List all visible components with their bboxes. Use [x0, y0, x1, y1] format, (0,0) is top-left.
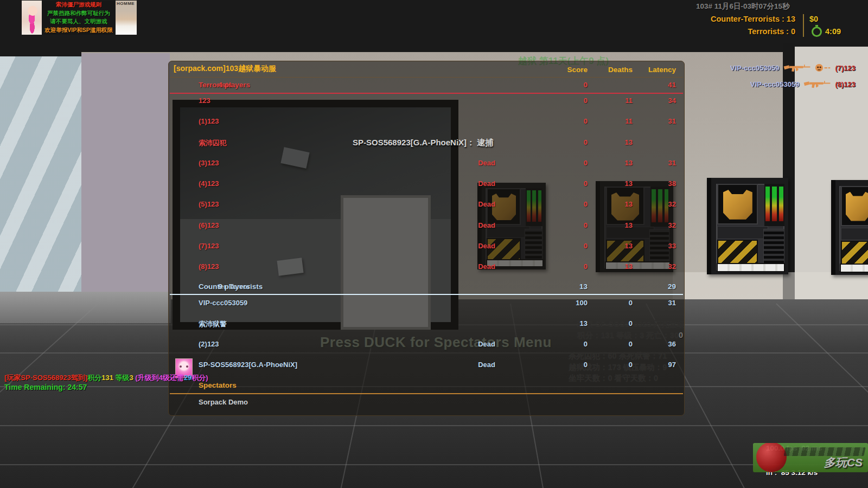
time-remaining: Time Remaining: 24:57: [4, 383, 87, 391]
hud-divider: [803, 14, 804, 37]
recorder-watermark: 多玩CS: [753, 443, 868, 472]
radio-chat-message: SP-SOS568923[G.A-PhoeNiX]： 逮捕: [353, 138, 493, 148]
victim-name: (7)123: [835, 64, 856, 72]
money-amount: $0: [809, 15, 818, 23]
ct-round-score: Counter-Terrorists : 13: [711, 15, 795, 23]
headshot-icon: [815, 63, 831, 73]
ad-banner[interactable]: 索沛僵尸游戏规则 严禁挡路和作弊可耻行为 请不要骂人、文明游戏 欢迎举报VIP和…: [22, 1, 137, 35]
watermark-logo-icon: [756, 443, 787, 472]
attacker-name: VIP-ccc053059: [750, 80, 799, 88]
player-announce-line: [玩家SP-SOS568923驾到]积分131 等级3 (升级到4级还需29积分…: [4, 373, 208, 383]
ad-line: 请不要骂人、文明游戏: [42, 17, 116, 26]
watermark-label: 多玩CS: [824, 455, 863, 470]
kill-feed-row: VIP-ccc053059 (7)123: [730, 62, 856, 74]
ad-rules-text: 索沛僵尸游戏规则 严禁挡路和作弊可耻行为 请不要骂人、文明游戏 欢迎举报VIP和…: [42, 1, 116, 35]
victim-name: (8)123: [835, 80, 856, 88]
attacker-name: VIP-ccc053059: [730, 64, 779, 72]
ak47-icon: [783, 63, 811, 73]
kill-feed-row: VIP-ccc053059 (8)123: [750, 78, 856, 90]
round-timer: 4:09: [825, 27, 841, 36]
ad-line: 索沛僵尸游戏规则: [42, 1, 116, 9]
server-date-time: 103# 11月6日-03时07分15秒: [696, 2, 790, 11]
ad-line: 欢迎举报VIP和SP滥用权限: [42, 26, 116, 35]
t-round-score: Terrorists : 0: [748, 27, 795, 36]
ad-photo-left: [22, 1, 42, 35]
game-screen: 越狱 第11天(上午9 点) Press DUCK for Spectators…: [0, 0, 868, 488]
ad-line: 严禁挡路和作弊可耻行为: [42, 9, 116, 18]
magazine-title: HOMME: [117, 1, 135, 6]
stopwatch-icon: [812, 27, 822, 37]
ak47-icon: [803, 79, 831, 89]
ad-photo-right: HOMME: [116, 1, 137, 35]
